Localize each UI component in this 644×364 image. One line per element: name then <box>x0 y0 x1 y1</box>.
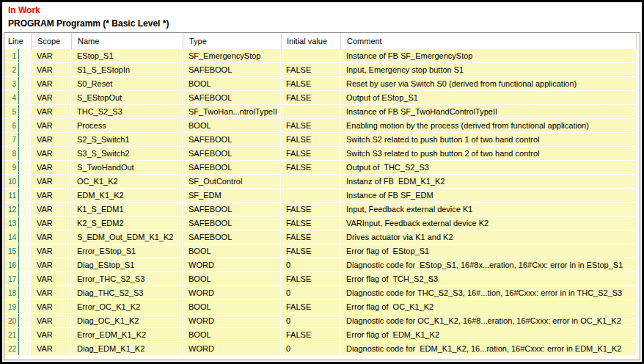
type-cell[interactable]: SAFEBOOL <box>183 203 281 216</box>
scope-cell[interactable]: VAR <box>31 91 71 104</box>
name-cell[interactable]: S3_S_Switch2 <box>71 147 183 160</box>
scope-cell[interactable]: VAR <box>31 300 71 313</box>
comment-cell[interactable]: Reset by user via Switch S0 (derived fro… <box>340 77 637 90</box>
initial-value-cell[interactable] <box>281 49 340 62</box>
name-cell[interactable]: S_TwoHandOut <box>71 161 183 174</box>
comment-cell[interactable]: Output of THC_S2_S3 <box>340 161 637 174</box>
name-cell[interactable]: Error_EStop_S1 <box>71 244 183 258</box>
line-number-cell[interactable]: 11 <box>4 189 19 202</box>
comment-cell[interactable]: Switch S2 related to push button 1 of tw… <box>340 133 637 146</box>
initial-value-cell[interactable]: FALSE <box>281 77 340 90</box>
scope-cell[interactable]: VAR <box>31 161 71 174</box>
initial-value-cell[interactable]: FALSE <box>281 300 340 313</box>
type-cell[interactable]: BOOL <box>183 77 281 90</box>
type-cell[interactable]: SF_TwoHan...ntrolTypeII <box>183 105 281 118</box>
line-number-cell[interactable]: 19 <box>4 300 19 313</box>
line-number-cell[interactable]: 14 <box>4 230 19 244</box>
comment-cell[interactable]: Enabling motion by the process (derived … <box>340 119 637 132</box>
initial-value-cell[interactable]: FALSE <box>281 119 340 132</box>
scope-cell[interactable]: VAR <box>31 328 71 341</box>
type-cell[interactable]: WORD <box>183 314 281 327</box>
line-number-cell[interactable]: 12 <box>4 203 19 216</box>
type-cell[interactable]: SAFEBOOL <box>183 147 281 160</box>
comment-cell[interactable]: Error flag of OC_K1_K2 <box>340 300 637 313</box>
comment-cell[interactable]: Diagnostic code for EStop_S1, 16#8x...er… <box>340 258 637 272</box>
comment-cell[interactable]: Error flag of EStop_S1 <box>340 244 637 258</box>
comment-cell[interactable]: Instance of FB SF_EDM <box>340 189 637 202</box>
scope-cell[interactable]: VAR <box>31 342 71 355</box>
name-cell[interactable]: Diag_THC_S2_S3 <box>71 286 183 299</box>
initial-value-cell[interactable]: FALSE <box>281 230 340 244</box>
initial-value-cell[interactable] <box>281 105 340 118</box>
comment-cell[interactable]: Error flag of TCH_S2_S3 <box>340 272 637 285</box>
line-number-cell[interactable]: 2 <box>4 63 19 76</box>
type-cell[interactable]: SAFEBOOL <box>183 91 281 104</box>
comment-cell[interactable]: Output of EStop_S1 <box>340 91 637 104</box>
initial-value-cell[interactable] <box>281 189 340 202</box>
initial-value-cell[interactable] <box>281 175 340 188</box>
type-cell[interactable]: SAFEBOOL <box>183 230 281 244</box>
type-cell[interactable]: BOOL <box>183 328 281 341</box>
name-cell[interactable]: S0_Reset <box>71 77 183 90</box>
type-cell[interactable]: SAFEBOOL <box>183 216 281 230</box>
column-header-comment[interactable]: Comment <box>341 33 637 49</box>
column-header-initial-value[interactable]: Initial value <box>282 33 341 49</box>
name-cell[interactable]: Process <box>71 119 183 132</box>
comment-cell[interactable]: Instanz of FB EDM_K1_K2 <box>340 175 637 188</box>
initial-value-cell[interactable]: FALSE <box>281 328 340 341</box>
initial-value-cell[interactable]: FALSE <box>281 244 340 258</box>
scope-cell[interactable]: VAR <box>31 314 71 327</box>
scope-cell[interactable]: VAR <box>31 203 71 216</box>
comment-cell[interactable]: Input, Feedback external device K1 <box>340 203 637 216</box>
initial-value-cell[interactable]: 0 <box>281 258 340 272</box>
scope-cell[interactable]: VAR <box>31 272 71 285</box>
name-cell[interactable]: S1_S_EStopIn <box>71 63 183 76</box>
line-number-cell[interactable]: 9 <box>4 161 19 174</box>
type-cell[interactable]: SF_EmergencyStop <box>183 49 281 62</box>
name-cell[interactable]: EDM_K1_K2 <box>71 189 183 202</box>
scope-cell[interactable]: VAR <box>31 189 71 202</box>
type-cell[interactable]: SAFEBOOL <box>183 161 281 174</box>
column-header-name[interactable]: Name <box>72 33 183 49</box>
initial-value-cell[interactable]: 0 <box>281 286 340 299</box>
comment-cell[interactable]: Input, Emergency stop button S1 <box>340 63 637 76</box>
comment-cell[interactable]: VARInput, Feedback external device K2 <box>340 216 637 230</box>
column-header-scope[interactable]: Scope <box>32 33 72 49</box>
line-number-cell[interactable]: 7 <box>4 133 19 146</box>
line-number-cell[interactable]: 21 <box>4 328 19 341</box>
initial-value-cell[interactable]: FALSE <box>281 203 340 216</box>
scope-cell[interactable]: VAR <box>31 258 71 272</box>
line-number-cell[interactable]: 5 <box>4 105 19 118</box>
type-cell[interactable]: WORD <box>183 258 281 272</box>
name-cell[interactable]: S2_S_Switch1 <box>71 133 183 146</box>
comment-cell[interactable]: Diagnostic code for THC_S2_S3, 16#...tio… <box>340 286 637 299</box>
name-cell[interactable]: K2_S_EDM2 <box>71 216 183 230</box>
scope-cell[interactable]: VAR <box>31 133 71 146</box>
line-number-cell[interactable]: 4 <box>4 91 19 104</box>
line-number-cell[interactable]: 15 <box>4 244 19 258</box>
initial-value-cell[interactable]: FALSE <box>281 63 340 76</box>
line-number-cell[interactable]: 17 <box>4 272 19 285</box>
column-header-type[interactable]: Type <box>183 33 282 49</box>
scope-cell[interactable]: VAR <box>31 286 71 299</box>
initial-value-cell[interactable]: FALSE <box>281 161 340 174</box>
initial-value-cell[interactable]: 0 <box>281 314 340 327</box>
initial-value-cell[interactable]: FALSE <box>281 91 340 104</box>
type-cell[interactable]: BOOL <box>183 272 281 285</box>
initial-value-cell[interactable]: FALSE <box>281 272 340 285</box>
line-number-cell[interactable]: 3 <box>4 77 19 90</box>
initial-value-cell[interactable]: FALSE <box>281 147 340 160</box>
scope-cell[interactable]: VAR <box>31 63 71 76</box>
scope-cell[interactable]: VAR <box>31 244 71 258</box>
type-cell[interactable]: SF_OutControl <box>183 175 281 188</box>
comment-cell[interactable]: Error fläg of EDM_K1_K2 <box>340 328 637 341</box>
initial-value-cell[interactable]: FALSE <box>281 216 340 230</box>
scope-cell[interactable]: VAR <box>31 216 71 230</box>
comment-cell[interactable]: Switch S3 related to push button 2 of tw… <box>340 147 637 160</box>
comment-cell[interactable]: Drives actuator via K1 and K2 <box>340 230 637 244</box>
type-cell[interactable]: SAFEBOOL <box>183 133 281 146</box>
scope-cell[interactable]: VAR <box>31 147 71 160</box>
name-cell[interactable]: Error_THC_S2_S3 <box>71 272 183 285</box>
name-cell[interactable]: Diag_EStop_S1 <box>71 258 183 272</box>
line-number-cell[interactable]: 20 <box>4 314 19 327</box>
